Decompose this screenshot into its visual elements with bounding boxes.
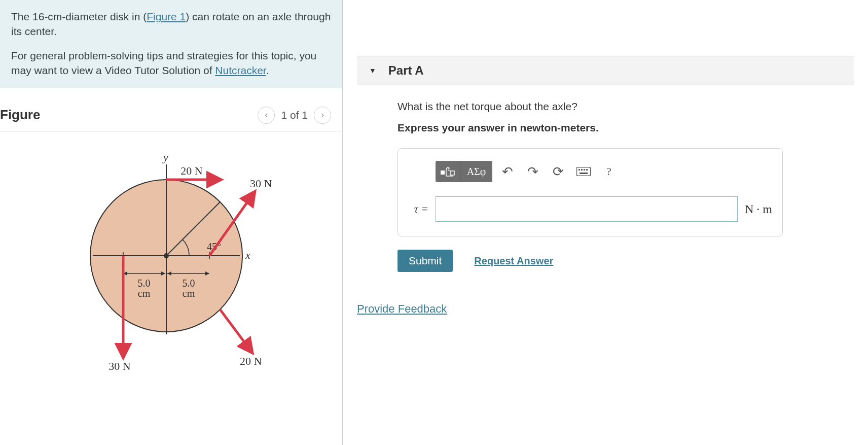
problem-para-2: For general problem-solving tips and str… [11,48,331,78]
part-instruction: Express your answer in newton-meters. [397,122,842,134]
help-button[interactable]: ? [599,161,619,182]
force-top-label: 20 N [180,164,203,177]
answer-input[interactable] [436,196,738,222]
axis-x-label: x [245,249,250,261]
equation-toolbar: o ΑΣφ ↶ ↷ ⟳ [408,161,772,196]
request-answer-link[interactable]: Request Answer [474,255,553,267]
part-title: Part A [388,63,424,78]
figure-header: Figure ‹ 1 of 1 › [0,88,342,131]
provide-feedback-link[interactable]: Provide Feedback [357,302,842,316]
svg-rect-16 [577,167,591,176]
templates-icon: o [440,166,455,177]
undo-button[interactable]: ↶ [497,161,518,182]
force-bottomright-20n [220,310,250,350]
right-column: ▼ Part A What is the net torque about th… [343,0,868,445]
part-header[interactable]: ▼ Part A [357,56,854,85]
symbols-button[interactable]: ΑΣφ [460,161,492,182]
svg-rect-15 [450,171,454,175]
video-tutor-link[interactable]: Nutcracker [215,64,266,76]
templates-button[interactable]: o [436,161,460,182]
problem-para-2-post: . [266,64,269,76]
keyboard-button[interactable] [573,161,594,182]
figure-link[interactable]: Figure 1 [147,11,186,22]
radius-right-label: 5.0 [182,278,195,289]
force-topright-label: 30 N [250,177,272,190]
force-bottomright-label: 20 N [240,355,262,367]
figure-counter: 1 of 1 [281,109,308,121]
redo-button[interactable]: ↷ [523,161,543,182]
problem-para-1: The 16-cm-diameter disk in (Figure 1) ca… [11,9,331,39]
svg-rect-13 [441,170,445,175]
answer-variable-label: τ = [408,202,428,216]
keyboard-icon [576,167,591,176]
problem-para-1-pre: The 16-cm-diameter disk in ( [11,11,147,22]
problem-statement: The 16-cm-diameter disk in (Figure 1) ca… [0,0,342,88]
radius-left-label: 5.0 [137,278,150,289]
part-question: What is the net torque about the axle? [397,100,842,113]
svg-rect-18 [581,169,583,170]
axis-y-label: y [162,151,168,163]
answer-row: τ = N · m [408,196,772,222]
radius-right-unit: cm [182,288,195,299]
radius-left-unit: cm [137,288,150,299]
svg-rect-17 [578,169,580,170]
force-bottomleft-label: 30 N [108,360,131,372]
figure-next-button[interactable]: › [314,107,331,124]
figure-prev-button[interactable]: ‹ [258,107,275,124]
submit-button[interactable]: Submit [397,250,453,272]
problem-para-2-pre: For general problem-solving tips and str… [11,50,316,76]
toolbar-group: o ΑΣφ [436,161,492,182]
caret-down-icon: ▼ [369,66,376,75]
answer-unit: N · m [745,202,772,216]
reset-button[interactable]: ⟳ [548,161,568,182]
answer-card: o ΑΣφ ↶ ↷ ⟳ [397,148,783,236]
figure-image: y x 45° [0,131,342,385]
svg-rect-20 [586,169,588,170]
action-row: Submit Request Answer [397,250,842,272]
left-column: The 16-cm-diameter disk in (Figure 1) ca… [0,0,343,445]
svg-rect-19 [584,169,585,170]
svg-rect-21 [580,173,588,174]
figure-heading: Figure [0,107,40,123]
figure-nav: ‹ 1 of 1 › [258,107,331,124]
part-body: What is the net torque about the axle? E… [357,85,854,316]
